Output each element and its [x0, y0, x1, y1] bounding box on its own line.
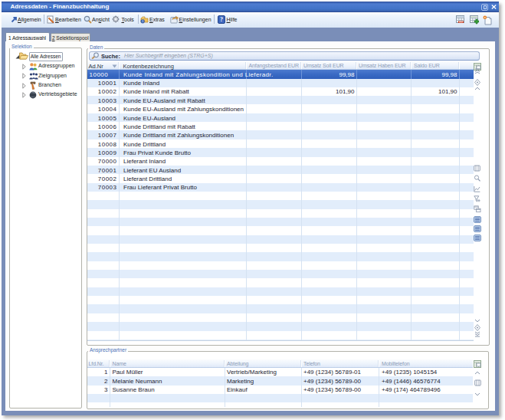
svg-text:?: ? [220, 16, 223, 23]
svg-text:i: i [143, 19, 143, 23]
